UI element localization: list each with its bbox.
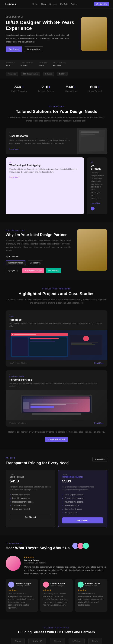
services-row: 02 Wireframing & Prototyping From low-fi… xyxy=(6,158,107,214)
service-title-1: User Research xyxy=(10,134,73,138)
meta-projects-value: 450+ xyxy=(6,64,15,66)
testimonials-grid: Samina Margret Marketing Director ★★★★★ … xyxy=(6,579,107,612)
project-image-2 xyxy=(6,390,107,420)
testimonial-role-3: Startup Founder xyxy=(85,585,100,587)
hero-tag: UI/UX Designer xyxy=(6,16,77,18)
nav-link-about[interactable]: About xyxy=(41,3,46,5)
testimonial-card-2: Gianna Barrett Product Manager ★★★★★ Out… xyxy=(40,579,73,612)
feature-0: Up to 5 page designs xyxy=(10,493,51,496)
testimonial-card-1: Samina Margret Marketing Director ★★★★★ … xyxy=(6,579,38,612)
stat-designs-label: Design Created xyxy=(88,90,101,92)
testimonial-avatar-2 xyxy=(43,582,49,588)
stars-3: ★★★★★ xyxy=(78,589,105,591)
why-tag: WHY CHOOSE ME xyxy=(6,229,73,231)
service-learn-more-1[interactable]: Learn More xyxy=(10,148,19,150)
hero-primary-button[interactable]: Get Started xyxy=(6,46,22,52)
testimonial-role-2: Product Manager xyxy=(50,585,65,587)
testimonial-role-1: Marketing Director xyxy=(16,585,32,587)
expertise-row: Interaction Design UI Research xyxy=(6,260,73,265)
service-image-1 xyxy=(77,128,107,154)
services-tag: MY SERVICES xyxy=(6,106,107,108)
partners-title: Building Success with Our Clients and Pa… xyxy=(6,630,107,634)
partner-adobe: Adobe XD xyxy=(29,638,46,644)
service-card-research: 01 User Research Understanding your user… xyxy=(6,128,107,154)
meta-availability-label: Availability xyxy=(53,62,66,64)
badges-row: Awwwards CSS Design Awards Behance Dribb… xyxy=(0,69,113,79)
pricing-basic-desc: Perfect for small businesses and startup… xyxy=(10,486,51,491)
pricing-pro-features: Up to 15 page designs Custom UI componen… xyxy=(62,493,103,514)
testimonial-name-2: Gianna Barrett xyxy=(50,582,65,585)
why-image xyxy=(77,229,107,271)
project-read-more-2[interactable]: Read More xyxy=(94,422,103,424)
badge-css: CSS Design Awards xyxy=(21,72,40,76)
meta-clients-label: Clients xyxy=(39,62,47,64)
testimonial-text-1: The design work was exceptional. Our con… xyxy=(8,592,35,609)
view-portfolio-button[interactable]: View Full Portfolio xyxy=(45,437,68,442)
pricing-grid: From Basic Package $499 Perfect for smal… xyxy=(6,470,107,528)
meta-experience-value: 8 Years xyxy=(21,64,33,66)
projects-cta: Ready to see more of my work? Browse my … xyxy=(6,430,107,442)
pricing-pro-cta[interactable]: Get Started xyxy=(62,518,103,524)
pricing-pro-name: Professional Package xyxy=(62,476,103,478)
skill-ux-strategy[interactable]: UX Strategy xyxy=(46,268,61,273)
stat-clients-label: Happy Clients xyxy=(65,90,77,92)
testimonial-featured-stars: ★★★★★ xyxy=(24,556,107,558)
nav-cta-button[interactable]: Contact Us xyxy=(94,2,109,6)
pricing-section: PRICING Transparent Pricing for Every Ne… xyxy=(0,450,113,535)
service-number-2: 02 xyxy=(10,161,80,163)
partner-zeplin: Zeplin xyxy=(88,638,102,644)
skill-ui-research[interactable]: UI Research xyxy=(28,260,43,265)
pricing-pro-price: $999 xyxy=(62,479,103,484)
pro-feature-3: 3 revision rounds xyxy=(62,504,103,507)
stat-clients: 54K+ Happy Clients xyxy=(65,85,77,92)
project-card-2: 02 Landing Page Personal Portfolio A stu… xyxy=(6,370,107,426)
testimonial-card-3: Shamira Fulvic Startup Founder ★★★★★ Inc… xyxy=(75,579,107,612)
partners-tag: CLIENTS & PARTNERS xyxy=(6,627,107,629)
project-tag-1: SaaS / Hiring Platform xyxy=(10,362,28,364)
testimonial-name-1: Samina Margret xyxy=(16,582,32,585)
nav-link-home[interactable]: Home xyxy=(32,3,38,5)
badge-awwwards: Awwwards xyxy=(6,72,18,76)
hero-title: UI/UX Designer With 8+ Years Experience xyxy=(6,20,77,31)
testimonials-section: TESTIMONIALS Hear What They're Saying Ab… xyxy=(0,535,113,620)
testimonial-featured-name: Jessica Talins xyxy=(24,559,107,562)
pricing-basic-cta[interactable]: Get Started xyxy=(10,514,51,520)
project-card-1: 01 SaaS Hireglobe A comprehensive hiring… xyxy=(6,310,107,366)
projects-title: Highlighted Projects and Case Studies xyxy=(6,291,107,296)
pricing-basic-price: $499 xyxy=(10,479,51,484)
skill-prototype[interactable]: Prototype Animation xyxy=(22,268,44,273)
project-read-more-1[interactable]: Read More xyxy=(94,362,103,364)
partner-sketch: Sketch xyxy=(50,638,65,644)
feature-2: Mobile responsive design xyxy=(10,500,51,504)
services-section: MY SERVICES Tailored Solutions for Your … xyxy=(0,98,113,222)
pro-feature-4: Source files & assets xyxy=(62,507,103,511)
service-learn-ux[interactable]: Learn More xyxy=(91,202,100,204)
project-category-2: Landing Page xyxy=(10,376,103,378)
badge-dribbble: Dribbble xyxy=(57,72,68,76)
service-card-ux: 03 UX Strategy I develop comprehensive U… xyxy=(87,158,107,214)
stars-2: ★★★★★ xyxy=(43,589,70,591)
service-learn-wireframe[interactable]: Learn More xyxy=(10,176,19,178)
meta-experience-label: Experience xyxy=(21,62,33,64)
feature-1: Basic UI components xyxy=(10,496,51,500)
nav-link-pricing[interactable]: Pricing xyxy=(71,3,77,5)
nav-link-services[interactable]: Services xyxy=(49,3,57,5)
skill-interaction[interactable]: Interaction Design xyxy=(6,260,26,265)
skill-typography[interactable]: Typography xyxy=(6,268,20,273)
nav-links: Home About Services Portfolio Pricing xyxy=(32,3,77,5)
project-category-1: SaaS xyxy=(10,316,103,318)
services-description: I deliver user-centered designs that bri… xyxy=(6,116,107,122)
pricing-contact-button[interactable]: Contact Us xyxy=(92,457,107,462)
hero-secondary-button[interactable]: Download CV xyxy=(24,46,43,52)
testimonial-name-3: Shamira Fulvic xyxy=(85,582,100,585)
nav-link-portfolio[interactable]: Portfolio xyxy=(60,3,68,5)
stat-designs: 80K+ Design Created xyxy=(88,85,101,92)
why-description: With over 8 years of experience in UI/UX… xyxy=(6,239,73,252)
expertise-row-2: Typography Prototype Animation UX Strate… xyxy=(6,268,73,273)
pricing-pro-from: From xyxy=(62,474,103,476)
project-title-1: Hireglobe xyxy=(10,318,103,321)
pro-feature-2: Advanced interactions xyxy=(62,500,103,504)
pricing-basic-name: Basic Package xyxy=(10,476,51,478)
stat-designs-number: 80K+ xyxy=(88,85,101,90)
service-title-wireframe: Wireframing & Prototyping xyxy=(10,164,80,167)
